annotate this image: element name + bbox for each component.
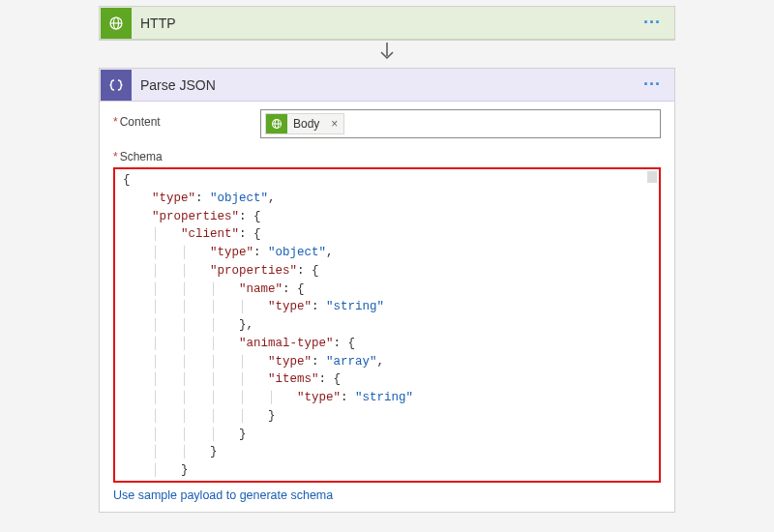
http-title: HTTP [133, 15, 636, 31]
content-input[interactable]: Body × [260, 109, 661, 138]
body-token[interactable]: Body × [265, 113, 344, 134]
http-menu-button[interactable]: ··· [636, 13, 669, 33]
schema-content: { "type": "object", "properties": { │ "c… [117, 171, 657, 483]
parse-json-menu-button[interactable]: ··· [636, 74, 669, 95]
globe-icon [101, 8, 132, 39]
parse-json-header[interactable]: Parse JSON ··· [100, 69, 674, 102]
action-http[interactable]: HTTP ··· [99, 6, 675, 41]
content-label: Content [113, 109, 260, 129]
schema-editor[interactable]: { "type": "object", "properties": { │ "c… [113, 167, 661, 483]
token-label: Body [287, 117, 325, 131]
action-parse-json: Parse JSON ··· Content Body × Schema [99, 68, 675, 513]
scrollbar-thumb[interactable] [647, 171, 657, 183]
generate-schema-link[interactable]: Use sample payload to generate schema [113, 488, 333, 502]
json-icon [101, 70, 132, 101]
remove-token-button[interactable]: × [325, 117, 343, 131]
connector-arrow [0, 41, 774, 68]
globe-icon [266, 114, 287, 133]
content-row: Content Body × [113, 109, 661, 138]
parse-json-title: Parse JSON [133, 77, 636, 93]
http-header[interactable]: HTTP ··· [100, 7, 674, 40]
schema-label: Schema [113, 144, 260, 163]
